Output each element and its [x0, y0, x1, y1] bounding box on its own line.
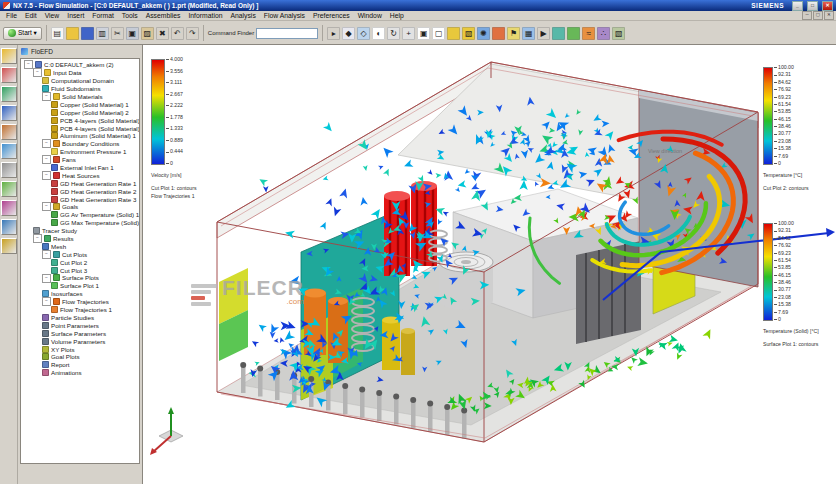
tree-item[interactable]: Fluid Subdomains	[21, 85, 139, 93]
tree-item[interactable]: −Heat Sources	[21, 171, 139, 179]
mdi-minimize-button[interactable]: ─	[802, 11, 812, 20]
graphics-viewport[interactable]: 4.0003.5563.1112.6672.2221.7781.3330.889…	[142, 45, 836, 484]
paste-icon[interactable]: ▨	[141, 27, 154, 40]
system-scenes-icon[interactable]	[1, 238, 17, 254]
fan-icon[interactable]: ✺	[477, 27, 490, 40]
results-icon[interactable]: ▧	[612, 27, 625, 40]
shaded-view-icon[interactable]: ◐	[372, 27, 385, 40]
window-icon[interactable]: ▢	[432, 27, 445, 40]
tree-item[interactable]: Copper (Solid Material) 2	[21, 108, 139, 116]
tree-item[interactable]: Computational Domain	[21, 77, 139, 85]
open-folder-icon[interactable]	[66, 27, 79, 40]
tree-item[interactable]: Particle Studies	[21, 314, 139, 322]
flow-trajectories-icon[interactable]: ≈	[582, 27, 595, 40]
run-solver-icon[interactable]: ▶	[537, 27, 550, 40]
menu-view[interactable]: View	[41, 12, 64, 19]
tree-item[interactable]: External Inlet Fan 1	[21, 164, 139, 172]
export-icon[interactable]: ▥	[96, 27, 109, 40]
tree-item[interactable]: −Solid Materials	[21, 93, 139, 101]
3d-scene[interactable]	[143, 45, 836, 484]
delete-icon[interactable]: ✖	[156, 27, 169, 40]
expander-icon[interactable]: −	[42, 155, 51, 164]
tree-item[interactable]: XY Plots	[21, 345, 139, 353]
menu-tools[interactable]: Tools	[118, 12, 142, 19]
save-icon[interactable]	[81, 27, 94, 40]
tree-item[interactable]: −Results	[21, 235, 139, 243]
particle-study-icon[interactable]: ∴	[597, 27, 610, 40]
fit-view-icon[interactable]: ▣	[417, 27, 430, 40]
part-navigator-icon[interactable]	[1, 86, 17, 102]
computational-domain-icon[interactable]	[447, 27, 460, 40]
boundary-condition-icon[interactable]: ▧	[462, 27, 475, 40]
tree-item[interactable]: Mesh	[21, 242, 139, 250]
tree-item[interactable]: −Fans	[21, 156, 139, 164]
menu-window[interactable]: Window	[354, 12, 386, 19]
menu-file[interactable]: File	[2, 12, 21, 19]
menu-information[interactable]: Information	[184, 12, 226, 19]
datum-plane-icon[interactable]: ◇	[357, 27, 370, 40]
tree-item[interactable]: Volume Parameters	[21, 337, 139, 345]
cut-icon[interactable]: ✂	[111, 27, 124, 40]
menu-insert[interactable]: Insert	[63, 12, 88, 19]
new-file-icon[interactable]: ▤	[51, 27, 64, 40]
undo-icon[interactable]: ↶	[171, 27, 184, 40]
tree-item[interactable]: GG Av Temperature (Solid) 1	[21, 211, 139, 219]
expander-icon[interactable]: −	[42, 139, 51, 148]
expander-icon[interactable]: −	[42, 171, 51, 180]
tree-item[interactable]: GD Heat Generation Rate 2	[21, 187, 139, 195]
tree-item[interactable]: PCB 4-layers (Solid Material) 1	[21, 116, 139, 124]
tree-item[interactable]: Surface Plot 1	[21, 282, 139, 290]
tree-item[interactable]: Environment Pressure 1	[21, 148, 139, 156]
menu-assemblies[interactable]: Assemblies	[142, 12, 185, 19]
history-icon[interactable]	[1, 162, 17, 178]
roles-icon[interactable]	[1, 219, 17, 235]
tree-item[interactable]: Aluminum (Solid Material) 1	[21, 132, 139, 140]
expander-icon[interactable]: −	[33, 234, 42, 243]
hd3d-tools-icon[interactable]	[1, 124, 17, 140]
rotate-view-icon[interactable]: ↻	[387, 27, 400, 40]
tree-item[interactable]: Surface Parameters	[21, 329, 139, 337]
assembly-navigator-icon[interactable]	[1, 48, 17, 64]
tree-item[interactable]: −Boundary Conditions	[21, 140, 139, 148]
surface-plot-icon[interactable]	[567, 27, 580, 40]
expander-icon[interactable]: −	[42, 274, 51, 283]
tree-item[interactable]: −Cut Plots	[21, 250, 139, 258]
manufacturing-wizard-icon[interactable]	[1, 200, 17, 216]
pan-view-icon[interactable]: +	[402, 27, 415, 40]
menu-edit[interactable]: Edit	[21, 12, 41, 19]
tree-item[interactable]: −Goals	[21, 203, 139, 211]
snap-point-icon[interactable]: ◆	[342, 27, 355, 40]
minimize-button[interactable]: _	[792, 1, 803, 11]
tree-item[interactable]: −Surface Plots	[21, 274, 139, 282]
goal-icon[interactable]: ⚑	[507, 27, 520, 40]
tree-item[interactable]: Cut Plot 3	[21, 266, 139, 274]
menu-help[interactable]: Help	[386, 12, 408, 19]
tree-item[interactable]: GG Max Temperature (Solid) 1	[21, 219, 139, 227]
redo-icon[interactable]: ↷	[186, 27, 199, 40]
tree-item[interactable]: GD Heat Generation Rate 3	[21, 195, 139, 203]
tree-item[interactable]: Flow Trajectories 1	[21, 306, 139, 314]
close-button[interactable]: ✕	[822, 1, 833, 11]
menu-preferences[interactable]: Preferences	[309, 12, 354, 19]
tree-item[interactable]: Point Parameters	[21, 321, 139, 329]
cut-plot-icon[interactable]	[552, 27, 565, 40]
expander-icon[interactable]: −	[42, 297, 51, 306]
maximize-button[interactable]: □	[807, 1, 818, 11]
copy-icon[interactable]: ▣	[126, 27, 139, 40]
process-studio-icon[interactable]	[1, 181, 17, 197]
expander-icon[interactable]: −	[42, 250, 51, 259]
tree-item[interactable]: −Flow Trajectories	[21, 298, 139, 306]
expander-icon[interactable]: −	[33, 68, 42, 77]
selection-filter-icon[interactable]: ▸	[327, 27, 340, 40]
tree-item[interactable]: GD Heat Generation Rate 1	[21, 179, 139, 187]
start-button[interactable]: Start ▾	[3, 27, 42, 40]
menu-flow-analysis[interactable]: Flow Analysis	[260, 12, 309, 19]
tree-item[interactable]: Isosurfaces	[21, 290, 139, 298]
command-finder-input[interactable]	[256, 28, 318, 39]
tree-item[interactable]: Cut Plot 2	[21, 258, 139, 266]
menu-analysis[interactable]: Analysis	[226, 12, 259, 19]
tree-item[interactable]: Goal Plots	[21, 353, 139, 361]
tree-item[interactable]: Animations	[21, 369, 139, 377]
mesh-icon[interactable]: ▦	[522, 27, 535, 40]
mdi-restore-button[interactable]: ▢	[813, 11, 823, 20]
